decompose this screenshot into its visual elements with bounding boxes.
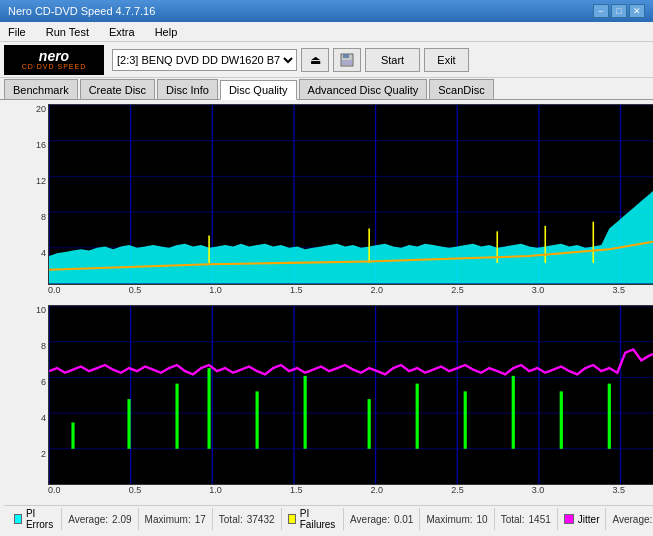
pi-errors-avg-label: Average: bbox=[68, 514, 108, 525]
pi-errors-max-value: 17 bbox=[195, 514, 206, 525]
chart1-x-2.0: 2.0 bbox=[371, 285, 384, 301]
tab-disc-info[interactable]: Disc Info bbox=[157, 79, 218, 99]
chart2-y-8: 8 bbox=[41, 341, 46, 351]
pi-errors-max: Maximum: 17 bbox=[139, 508, 213, 530]
pi-errors-stats: Average: 2.09 bbox=[62, 508, 138, 530]
tab-benchmark[interactable]: Benchmark bbox=[4, 79, 78, 99]
chart2-x-0.5: 0.5 bbox=[129, 485, 142, 501]
chart1-x-1.5: 1.5 bbox=[290, 285, 303, 301]
app-title: Nero CD-DVD Speed 4.7.7.16 bbox=[8, 5, 155, 17]
jitter-stats: Average: 8.14 % bbox=[606, 508, 653, 530]
chart1-x-0.5: 0.5 bbox=[129, 285, 142, 301]
jitter-label: Jitter bbox=[578, 514, 600, 525]
pi-errors-total-value: 37432 bbox=[247, 514, 275, 525]
nero-logo-text: nero bbox=[39, 49, 69, 63]
menu-file[interactable]: File bbox=[4, 24, 30, 40]
pi-failures-total-label: Total: bbox=[501, 514, 525, 525]
menu-extra[interactable]: Extra bbox=[105, 24, 139, 40]
start-button[interactable]: Start bbox=[365, 48, 420, 72]
drive-select[interactable]: [2:3] BENQ DVD DD DW1620 B7W9 bbox=[112, 49, 297, 71]
pi-errors-group: PI Errors bbox=[8, 508, 62, 530]
pi-failures-total: Total: 1451 bbox=[495, 508, 558, 530]
close-button[interactable]: ✕ bbox=[629, 4, 645, 18]
pi-failures-label: PI Failures bbox=[300, 508, 337, 530]
exit-button[interactable]: Exit bbox=[424, 48, 469, 72]
chart1-y-label-16: 16 bbox=[36, 140, 46, 150]
chart2-x-1.5: 1.5 bbox=[290, 485, 303, 501]
pi-errors-total: Total: 37432 bbox=[213, 508, 282, 530]
menu-help[interactable]: Help bbox=[151, 24, 182, 40]
chart2-x-3.5: 3.5 bbox=[612, 485, 625, 501]
chart1-y-label-4: 4 bbox=[41, 248, 46, 258]
main-content: 20 16 12 8 4 bbox=[0, 100, 653, 536]
pi-errors-total-label: Total: bbox=[219, 514, 243, 525]
chart2-x-2.5: 2.5 bbox=[451, 485, 464, 501]
chart2-x-2.0: 2.0 bbox=[371, 485, 384, 501]
pi-failures-max-label: Maximum: bbox=[426, 514, 472, 525]
chart1-y-label-8: 8 bbox=[41, 212, 46, 222]
eject-button[interactable]: ⏏ bbox=[301, 48, 329, 72]
svg-rect-1 bbox=[343, 54, 349, 58]
pi-failures-group: PI Failures bbox=[282, 508, 345, 530]
stats-bar: PI Errors Average: 2.09 Maximum: 17 Tota… bbox=[4, 505, 653, 532]
svg-rect-2 bbox=[342, 60, 352, 65]
tab-advanced-disc-quality[interactable]: Advanced Disc Quality bbox=[299, 79, 428, 99]
chart2-x-1.0: 1.0 bbox=[209, 485, 222, 501]
jitter-color-box bbox=[564, 514, 574, 524]
chart2-y-6: 6 bbox=[41, 377, 46, 387]
minimize-button[interactable]: − bbox=[593, 4, 609, 18]
chart2-svg bbox=[49, 306, 653, 485]
chart1-x-3.5: 3.5 bbox=[612, 285, 625, 301]
nero-logo: nero CD·DVD SPEED bbox=[4, 45, 104, 75]
pi-failures-stats: Average: 0.01 bbox=[344, 508, 420, 530]
pi-failures-avg-label: Average: bbox=[350, 514, 390, 525]
toolbar: nero CD·DVD SPEED [2:3] BENQ DVD DD DW16… bbox=[0, 42, 653, 78]
window-controls: − □ ✕ bbox=[593, 4, 645, 18]
pi-errors-color-box bbox=[14, 514, 22, 524]
chart1-x-2.5: 2.5 bbox=[451, 285, 464, 301]
menu-run-test[interactable]: Run Test bbox=[42, 24, 93, 40]
pi-failures-max: Maximum: 10 bbox=[420, 508, 494, 530]
menu-bar: File Run Test Extra Help bbox=[0, 22, 653, 42]
maximize-button[interactable]: □ bbox=[611, 4, 627, 18]
chart2-y-10: 10 bbox=[36, 305, 46, 315]
tab-scan-disc[interactable]: ScanDisc bbox=[429, 79, 493, 99]
chart1-y-label-12: 12 bbox=[36, 176, 46, 186]
chart2-x-0.0: 0.0 bbox=[48, 485, 61, 501]
nero-logo-sub: CD·DVD SPEED bbox=[22, 63, 87, 70]
chart1-y-label-20: 20 bbox=[36, 104, 46, 114]
pi-failures-max-value: 10 bbox=[477, 514, 488, 525]
save-button[interactable] bbox=[333, 48, 361, 72]
tab-disc-quality[interactable]: Disc Quality bbox=[220, 80, 297, 100]
chart-area: 20 16 12 8 4 bbox=[0, 100, 653, 536]
pi-errors-max-label: Maximum: bbox=[145, 514, 191, 525]
pi-failures-total-value: 1451 bbox=[529, 514, 551, 525]
chart2-y-4: 4 bbox=[41, 413, 46, 423]
jitter-avg-label: Average: bbox=[612, 514, 652, 525]
jitter-group: Jitter bbox=[558, 508, 607, 530]
tab-create-disc[interactable]: Create Disc bbox=[80, 79, 155, 99]
chart1-x-1.0: 1.0 bbox=[209, 285, 222, 301]
chart2-y-2: 2 bbox=[41, 449, 46, 459]
pi-errors-avg-value: 2.09 bbox=[112, 514, 131, 525]
chart1-x-0.0: 0.0 bbox=[48, 285, 61, 301]
pi-errors-label: PI Errors bbox=[26, 508, 55, 530]
tabs: Benchmark Create Disc Disc Info Disc Qua… bbox=[0, 78, 653, 100]
chart1-x-3.0: 3.0 bbox=[532, 285, 545, 301]
pi-failures-avg-value: 0.01 bbox=[394, 514, 413, 525]
chart2-x-3.0: 3.0 bbox=[532, 485, 545, 501]
pi-failures-color-box bbox=[288, 514, 296, 524]
title-bar: Nero CD-DVD Speed 4.7.7.16 − □ ✕ bbox=[0, 0, 653, 22]
chart1-svg bbox=[49, 105, 653, 284]
